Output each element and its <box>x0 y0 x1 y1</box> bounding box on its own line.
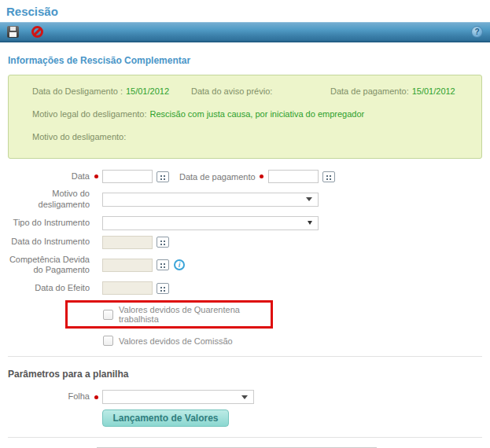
summary-line-motivo-legal: Motivo legal do desligamento:Rescisão co… <box>32 109 473 119</box>
data-instrumento-input <box>102 236 153 249</box>
summary-aviso-previo: Data do aviso prévio: <box>191 86 330 96</box>
motivo-legal-value: Rescisão com justa causa, por iniciativa… <box>150 109 365 119</box>
rescisao-form: Data Data de pagamento Motivo do desliga… <box>0 170 490 346</box>
competencia-pagamento-input <box>102 259 153 272</box>
row-folha: Folha <box>0 390 490 404</box>
summary-line-motivo: Motivo do desligamento: <box>32 132 473 141</box>
quarentena-checkbox-label: Valores devidos de Quarentena trabalhist… <box>119 305 271 324</box>
motivo-label: Motivo do desligamento: <box>32 132 126 141</box>
lancamento-valores-button[interactable]: Lançamento de Valores <box>102 409 229 427</box>
motivo-legal-label: Motivo legal do desligamento: <box>32 109 147 119</box>
summary-pagamento: Data de pagamento:15/01/2012 <box>330 86 455 96</box>
data-input[interactable] <box>102 170 153 183</box>
comissao-checkbox[interactable] <box>103 336 113 346</box>
calendar-icon[interactable] <box>157 259 169 270</box>
pagamento-value: 15/01/2012 <box>412 86 455 96</box>
data-pagamento-label: Data de pagamento <box>179 172 256 182</box>
quarentena-checkbox[interactable] <box>103 310 113 320</box>
row-tipo-instrumento: Tipo do Instrumento <box>0 216 490 230</box>
chevron-down-icon <box>306 197 312 201</box>
data-pagamento-input[interactable] <box>268 170 319 183</box>
required-dot-icon <box>260 174 263 178</box>
quarentena-highlight-box: Valores devidos de Quarentena trabalhist… <box>65 300 273 329</box>
tipo-instrumento-select[interactable] <box>102 216 319 230</box>
summary-line-dates: Data do Desligamento :15/01/2012 Data do… <box>32 86 473 96</box>
row-data-efeito: Data do Efeito <box>0 281 490 295</box>
row-competencia-pagamento: Competência Devida do Pagamento i <box>0 255 490 277</box>
folha-required-slot <box>90 395 102 399</box>
calendar-icon[interactable] <box>157 237 169 248</box>
motivo-desligamento-label: Motivo do desligamento <box>0 189 90 211</box>
data-required-slot <box>90 174 102 178</box>
required-dot-icon <box>94 174 98 178</box>
chevron-down-icon <box>241 395 248 399</box>
summary-box: Data do Desligamento :15/01/2012 Data do… <box>8 75 482 159</box>
aviso-previo-label: Data do aviso prévio: <box>191 86 272 96</box>
section-heading: Informações de Rescisão Complementar <box>8 55 490 66</box>
desligamento-value: 15/01/2012 <box>126 86 169 96</box>
save-icon[interactable] <box>7 26 19 38</box>
parametros-heading: Parâmetros para a planilha <box>8 369 490 380</box>
summary-desligamento: Data do Desligamento :15/01/2012 <box>32 86 191 96</box>
calendar-icon[interactable] <box>157 171 169 182</box>
rescisao-page: Rescisão ? Informações de Rescisão Compl… <box>0 0 490 448</box>
data-pagamento-required-slot <box>256 174 268 178</box>
data-label: Data <box>0 171 90 182</box>
data-instrumento-label: Data do Instrumento <box>0 237 90 248</box>
page-title: Rescisão <box>0 0 490 22</box>
desligamento-label: Data do Desligamento : <box>32 86 123 96</box>
pagamento-label: Data de pagamento: <box>330 86 409 96</box>
data-efeito-input <box>102 281 153 295</box>
row-data: Data Data de pagamento <box>0 170 490 183</box>
row-data-instrumento: Data do Instrumento <box>0 236 490 249</box>
divider <box>8 437 482 438</box>
chevron-down-icon <box>308 221 312 225</box>
row-comissao: Valores devidos de Comissão <box>103 336 490 346</box>
row-motivo-desligamento: Motivo do desligamento <box>0 189 490 211</box>
folha-dropdown[interactable] <box>102 390 254 404</box>
calendar-icon[interactable] <box>322 171 335 182</box>
toolbar: ? <box>0 22 490 42</box>
motivo-desligamento-dropdown[interactable] <box>102 193 319 207</box>
comissao-checkbox-label: Valores devidos de Comissão <box>119 336 233 346</box>
data-efeito-label: Data do Efeito <box>0 283 90 294</box>
competencia-pagamento-label: Competência Devida do Pagamento <box>0 255 90 277</box>
info-icon[interactable]: i <box>174 259 185 270</box>
cancel-block-icon[interactable] <box>31 26 43 38</box>
required-dot-icon <box>94 395 98 399</box>
divider <box>8 356 482 357</box>
folha-label: Folha <box>0 391 90 402</box>
calendar-icon[interactable] <box>157 283 169 294</box>
tipo-instrumento-label: Tipo do Instrumento <box>0 218 90 229</box>
help-icon[interactable]: ? <box>471 26 483 38</box>
